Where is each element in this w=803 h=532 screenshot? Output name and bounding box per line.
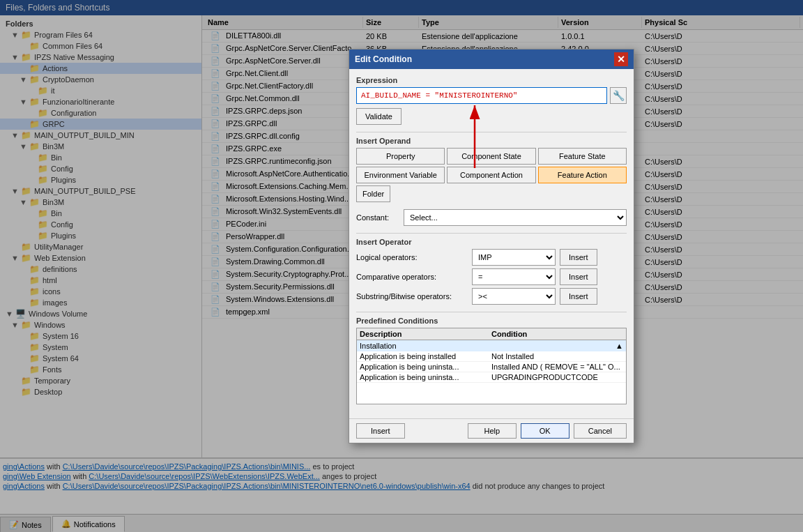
insert-operand-label: Insert Operand [356, 137, 627, 145]
expression-tool-button[interactable]: 🔧 [610, 87, 627, 104]
conditions-row[interactable]: Application is being uninsta... Installe… [357, 362, 626, 372]
conditions-row[interactable]: Application is being uninsta... UPGRADIN… [357, 372, 626, 383]
predefined-conditions-section: Predefined Conditions Description Condit… [356, 317, 627, 404]
insert-footer-button[interactable]: Insert [356, 423, 405, 439]
constant-label: Constant: [356, 213, 398, 222]
expression-input[interactable] [356, 87, 607, 104]
comparative-operators-select[interactable]: = [472, 268, 556, 285]
substring-operators-label: Substring/Bitwise operators: [356, 292, 468, 301]
condition-description: Application is being installed [360, 352, 491, 360]
modal-action-buttons: Help OK Cancel [468, 423, 627, 439]
condition-value: Installed AND ( REMOVE = "ALL" O... [491, 363, 623, 371]
expression-label: Expression [356, 76, 627, 84]
conditions-row[interactable]: Application is being installed Not Insta… [357, 351, 626, 362]
divider [356, 132, 627, 132]
modal-body: Expression 🔧 Validate Insert Operand Pro… [349, 69, 634, 418]
conditions-table: Description Condition Installation ▲ App… [356, 328, 627, 404]
logical-operators-select[interactable]: IMP [472, 249, 556, 266]
condition-value: UPGRADINGPRODUCTCODE [491, 373, 623, 381]
operator-row-logical: Logical operators: IMP Insert [356, 249, 627, 266]
condition-value: Not Installed [491, 352, 623, 360]
constant-select[interactable]: Select... [404, 209, 627, 226]
modal-title: Edit Condition [355, 54, 412, 64]
operand-buttons: Property Component State Feature State E… [356, 148, 627, 183]
divider-2 [356, 233, 627, 234]
logical-insert-button[interactable]: Insert [560, 249, 597, 266]
modal-titlebar: Edit Condition ✕ [349, 50, 634, 69]
ok-button[interactable]: OK [521, 423, 569, 439]
modal-overlay: Edit Condition ✕ Expression 🔧 Validate I… [0, 0, 803, 532]
modal-close-button[interactable]: ✕ [614, 52, 628, 66]
group-name: Installation [360, 342, 397, 350]
conditions-group-installation[interactable]: Installation ▲ [357, 340, 626, 351]
substring-insert-button[interactable]: Insert [560, 288, 597, 305]
insert-operator-section: Insert Operator Logical operators: IMP I… [356, 238, 627, 305]
divider-3 [356, 312, 627, 312]
insert-operator-label: Insert Operator [356, 238, 627, 246]
property-button[interactable]: Property [356, 148, 445, 165]
col-condition: Condition [491, 330, 623, 338]
comparative-operators-label: Comparative operators: [356, 273, 468, 281]
condition-description: Application is being uninsta... [360, 373, 491, 381]
condition-description: Application is being uninsta... [360, 363, 491, 371]
comparative-insert-button[interactable]: Insert [560, 268, 597, 285]
insert-operand-section: Insert Operand Property Component State … [356, 137, 627, 226]
component-action-button[interactable]: Component Action [447, 167, 535, 183]
modal-dialog: Edit Condition ✕ Expression 🔧 Validate I… [349, 49, 634, 443]
folder-btn-row: Folder [356, 185, 627, 202]
expression-section: Expression 🔧 Validate [356, 76, 627, 125]
validate-button[interactable]: Validate [356, 108, 402, 125]
folder-button[interactable]: Folder [356, 185, 390, 202]
predefined-conditions-label: Predefined Conditions [356, 317, 627, 325]
cancel-button[interactable]: Cancel [574, 423, 627, 439]
conditions-table-header: Description Condition [357, 328, 626, 340]
help-button[interactable]: Help [468, 423, 517, 439]
component-state-button[interactable]: Component State [447, 148, 535, 165]
feature-state-button[interactable]: Feature State [538, 148, 627, 165]
operator-row-substring: Substring/Bitwise operators: >< Insert [356, 288, 627, 305]
feature-action-button[interactable]: Feature Action [538, 167, 627, 183]
logical-operators-label: Logical operators: [356, 253, 468, 261]
operator-row-comparative: Comparative operators: = Insert [356, 268, 627, 285]
constant-row: Constant: Select... [356, 209, 627, 226]
group-chevron-icon: ▲ [615, 342, 623, 350]
modal-footer: Insert Help OK Cancel [349, 418, 634, 443]
substring-operators-select[interactable]: >< [472, 288, 556, 305]
expression-box: 🔧 [356, 87, 627, 104]
col-description: Description [360, 330, 491, 338]
environment-variable-button[interactable]: Environment Variable [356, 167, 445, 183]
